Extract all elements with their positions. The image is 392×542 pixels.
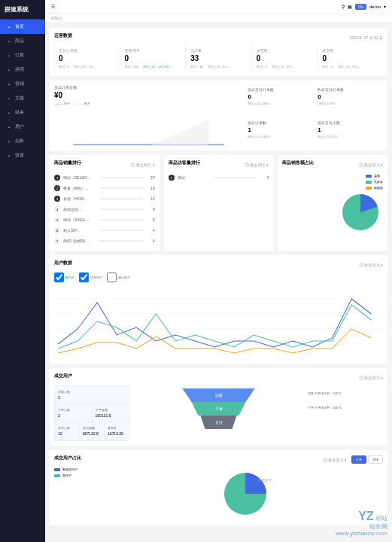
sidebar-item-gear[interactable]: •设置 <box>0 148 45 163</box>
users-title: 用户数据 <box>54 260 72 266</box>
sidebar-item-tag[interactable]: •营销 <box>0 77 45 91</box>
sidebar-item-label: 订单 <box>15 52 24 59</box>
svg-marker-0 <box>149 120 209 146</box>
group-icon: • <box>6 67 12 73</box>
legend-item[interactable]: 兑换券 <box>366 180 383 184</box>
lang-badge[interactable]: CN <box>355 4 366 10</box>
rank-item: 5测试（SINGL...5 <box>54 215 155 225</box>
svg-text:新成交用户: 新成交用户 <box>258 478 272 482</box>
grid-icon[interactable]: ▦ <box>348 4 352 9</box>
funnel-notes: 访客-下单转化率：100 %下单-下单转化率：100 % <box>308 385 383 441</box>
users-period[interactable]: 🕓 最近30天 ▾ <box>359 263 383 267</box>
sidebar-item-label: 首页 <box>15 23 24 30</box>
deal-title: 成交用户占比 <box>54 455 81 461</box>
list-icon: • <box>6 53 12 59</box>
pie-card: 商品销售额占比 🕓 最近30天 ▾ 实物兑换券限购品 <box>278 155 387 251</box>
funnel-note: 下单-下单转化率：100 % <box>308 406 383 410</box>
search-icon[interactable]: ⚲ <box>342 4 345 9</box>
user-icon: • <box>6 124 12 130</box>
funnel-period[interactable]: 🕓 最近30天 ▾ <box>359 376 383 380</box>
main: ☰ ⚲ ▦ CN demo ▾ 控制台 运营数据 2021 年 07 月 01 … <box>45 0 392 542</box>
sidebar-item-box[interactable]: •商品 <box>0 34 45 48</box>
pie-period[interactable]: 🕓 最近30天 ▾ <box>359 163 383 167</box>
funnel-table: 访客人数3下单人数2下单金额160131.8支付人数10支付金额807132.8… <box>54 385 129 441</box>
sidebar-item-label: 设置 <box>15 152 24 159</box>
funnel-step: 支付 <box>196 416 242 429</box>
deal-period[interactable]: 🕓 最近30天 ▾ <box>323 458 347 462</box>
overview-title: 运营数据 <box>54 32 72 39</box>
rank-item: 3香港（HK93...14 <box>54 193 155 204</box>
chart-series-toggle[interactable]: 累计用户 <box>107 273 130 282</box>
legend-yesterday[interactable]: —◇—昨天 <box>74 102 90 105</box>
today-line-chart <box>54 108 243 146</box>
today-amount-value: ¥0 <box>54 91 243 99</box>
legend-item[interactable]: 新成交用户 <box>54 467 99 471</box>
menu-toggle-icon[interactable]: ☰ <box>51 4 55 9</box>
rank-item: 6剩人SIP...4 <box>54 225 155 236</box>
legend-today[interactable]: —◇—今天 <box>54 102 70 105</box>
money-icon: • <box>6 110 12 116</box>
sidebar: 拼速系统 •首页•商品•订单•拼团•营销•主题•财务•用户•划界•设置 <box>0 0 45 542</box>
small-stat: 当日支付人数1同比上周 0.0% <box>318 118 383 147</box>
funnel-step: 访客 <box>174 388 264 402</box>
rank-visit-period[interactable]: 🕓 最近30天 ▾ <box>245 163 269 167</box>
legend-item[interactable]: 实物 <box>366 174 383 178</box>
deal-tab-button[interactable]: 营销 <box>368 455 383 464</box>
rank-sales-period[interactable]: 🕓 最近30天 ▾ <box>130 163 154 167</box>
sidebar-item-user[interactable]: •用户 <box>0 120 45 134</box>
sidebar-item-label: 财务 <box>15 109 24 116</box>
sidebar-item-label: 营销 <box>15 81 24 87</box>
deal-pie-chart: 新成交用户 <box>219 467 272 520</box>
rank-item: 2夜宴《M级》...19 <box>54 183 155 193</box>
sidebar-item-ruler[interactable]: •划界 <box>0 134 45 148</box>
gear-icon: • <box>6 153 12 159</box>
stat-box: 新客用户0昨日：504同比上周：-47.29% ↓ <box>120 45 187 72</box>
rank-sales-title: 商品销量排行 <box>54 160 81 166</box>
home-icon: • <box>6 24 12 30</box>
funnel-step: 下单 <box>185 402 253 416</box>
topbar: ☰ ⚲ ▦ CN demo ▾ <box>45 0 392 14</box>
small-stat: 昨日支付订单数0日环比 0.0% <box>318 85 383 114</box>
sidebar-item-list[interactable]: •订单 <box>0 48 45 62</box>
ruler-icon: • <box>6 139 12 145</box>
breadcrumb: 控制台 <box>45 14 392 23</box>
small-stat: 当日支付订单数0同比上周 +50% ↑ <box>248 85 313 114</box>
stat-box: 成交数0昨日：0同比上周：0% - <box>252 45 318 72</box>
pie-title: 商品销售额占比 <box>282 160 314 166</box>
stat-box: 支付订单数0昨日：0同比上周：0% - <box>54 45 120 72</box>
overview-card: 运营数据 2021 年 07 月 01 日 支付订单数0昨日：0同比上周：0% … <box>50 28 387 76</box>
sidebar-item-group[interactable]: •拼团 <box>0 62 45 77</box>
stat-box: 访问量33昨日：36同比上周：0% - <box>186 45 252 72</box>
users-card: 用户数据 🕓 最近30天 ▾ 新用户 访问用户 累计用户 <box>50 255 387 364</box>
sidebar-item-home[interactable]: •首页 <box>0 20 45 34</box>
watermark: YZ 易站 站长网 www.yizhanzw.com <box>336 509 387 537</box>
sidebar-item-label: 拼团 <box>15 66 24 73</box>
sidebar-item-money[interactable]: •财务 <box>0 105 45 120</box>
funnel-chart: 访客下单支付 <box>135 385 302 441</box>
today-amount-title: 当日订单金额 <box>54 85 243 90</box>
sidebar-item-label: 主题 <box>15 95 24 102</box>
user-name[interactable]: demo <box>369 5 381 9</box>
app-logo: 拼速系统 <box>0 0 45 20</box>
chart-series-toggle[interactable]: 访问用户 <box>79 273 102 282</box>
overview-date: 2021 年 07 月 01 日 <box>350 35 383 40</box>
today-card: 当日订单金额 ¥0 —◇—今天 —◇—昨天 当 <box>50 81 387 151</box>
sidebar-item-theme[interactable]: •主题 <box>0 91 45 105</box>
funnel-title: 成交用户 <box>54 373 72 379</box>
chevron-down-icon[interactable]: ▾ <box>384 4 386 9</box>
legend-item[interactable]: 老用户 <box>54 473 99 477</box>
rank-item: 1测试（SEASO...27 <box>54 172 155 183</box>
deal-tab-button[interactable]: 订单 <box>351 455 366 464</box>
sidebar-item-label: 划界 <box>15 138 24 145</box>
stat-box: 成交额0昨日：0同比上周：0% - <box>318 45 383 72</box>
chart-series-toggle[interactable]: 新用户 <box>54 273 74 282</box>
rank-item: 4美国总统...9 <box>54 204 155 215</box>
box-icon: • <box>6 38 12 44</box>
funnel-card: 成交用户 🕓 最近30天 ▾ 访客人数3下单人数2下单金额160131.8支付人… <box>50 368 387 446</box>
users-line-chart <box>54 284 383 359</box>
rank-visit-card: 商品访客量排行 🕓 最近30天 ▾ 1测试3 <box>164 155 274 251</box>
small-stat: 当日订单数1同比上周 +100% ↑ <box>248 118 313 147</box>
rank-item: 1测试3 <box>169 172 269 183</box>
tag-icon: • <box>6 81 12 87</box>
theme-icon: • <box>6 96 12 102</box>
